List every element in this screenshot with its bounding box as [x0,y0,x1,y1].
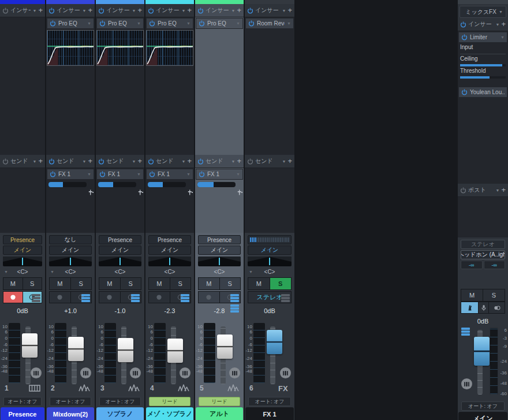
mute-button[interactable]: M [199,278,219,289]
main-solo-button[interactable]: S [483,289,505,301]
solo-button[interactable]: S [170,278,191,289]
insert-rack[interactable]: Pro EQ ▼ [145,17,194,155]
expand-arrow-icon[interactable]: ▼ [4,270,8,274]
limiter-param-row[interactable]: Input [458,43,508,54]
post-rack[interactable] [458,197,508,237]
plugin-power-icon[interactable] [149,20,155,27]
insert-power-icon[interactable] [2,8,9,14]
send-add-icon[interactable]: + [137,158,142,164]
automation-layers-icon[interactable] [281,294,290,296]
insert-dropdown-icon[interactable]: ▼ [82,9,86,13]
send-fader-icon[interactable] [187,189,193,195]
send-rack[interactable]: ▼ [0,168,45,233]
channel-mode-icon[interactable] [180,367,190,378]
output-button[interactable]: メイン [49,246,92,255]
fader-cap[interactable] [167,339,183,363]
automation-layers-icon[interactable] [131,294,140,296]
automation-mode-button[interactable]: リード [199,397,240,406]
plugin-dropdown-icon[interactable]: ▼ [137,21,141,25]
pan-value[interactable]: <C> [214,269,225,275]
channel-name[interactable]: Presence [1,407,44,420]
channel-mode-icon[interactable] [31,367,42,378]
automation-layers-icon[interactable] [230,294,239,296]
send-level-slider[interactable] [48,182,87,187]
automation-layers-icon[interactable] [32,294,40,296]
main-automation-mode-button[interactable]: オート: オフ [461,402,505,411]
channel-name[interactable]: FX 1 [245,407,294,420]
send-rack[interactable]: FX 1 ▼ [145,168,194,233]
solo-button[interactable]: S [71,278,92,289]
send-slot-power-icon[interactable] [99,171,106,177]
send-dropdown-icon[interactable]: ▼ [132,159,136,163]
fader-cap[interactable] [217,334,233,359]
send-slot[interactable]: FX 1 ▼ [196,169,243,180]
headphone-output-button[interactable]: ヘッドホン (A..ight [461,250,505,259]
fader-cap[interactable] [68,337,84,361]
pan-slider[interactable] [3,257,42,266]
send-add-icon[interactable]: + [187,158,192,164]
insert-add-icon[interactable]: + [88,8,92,13]
pan-slider[interactable] [49,257,92,266]
send-add-icon[interactable]: + [287,158,292,164]
insert-power-icon[interactable] [247,8,253,14]
channel-mode-icon[interactable] [280,367,291,378]
send-add-icon[interactable]: + [237,158,241,164]
main-channel-name[interactable]: メイン [458,412,507,420]
main-fader-cap[interactable] [474,337,490,366]
insert-add-icon[interactable]: + [187,8,192,13]
insert-dropdown-icon[interactable]: ▼ [132,9,136,13]
send-slot-dropdown-icon[interactable]: ▼ [87,172,91,176]
insert-add-icon[interactable]: + [237,8,241,13]
solo-button[interactable]: S [220,278,241,289]
record-arm-button[interactable] [99,292,120,303]
send-level-slider[interactable] [197,182,236,187]
post-add-icon[interactable]: + [501,187,506,193]
insert-dropdown-icon[interactable]: ▼ [32,9,36,13]
send-slot-power-icon[interactable] [149,171,155,177]
plugin-power-icon[interactable] [199,20,205,27]
talkback-button[interactable] [479,302,488,313]
cue-level-left[interactable]: -∞ [461,261,483,269]
mute-button[interactable]: M [248,278,270,289]
insert-rack[interactable]: Pro EQ ▼ [46,17,95,155]
insert-plugin-slot[interactable]: Pro EQ ▼ [47,18,94,29]
send-slot-power-icon[interactable] [199,171,205,177]
instrument-button[interactable]: Presence [99,235,141,244]
limiter-power-icon[interactable] [461,34,468,40]
post-dropdown-icon[interactable]: ▼ [495,188,499,192]
channel-name[interactable]: アルト [196,407,243,420]
volume-value[interactable]: -2.3 [147,306,192,316]
pan-slider[interactable] [99,257,141,266]
insert-dropdown-icon[interactable]: ▼ [231,9,235,13]
send-level-slider[interactable] [148,182,186,187]
mute-button[interactable]: M [3,278,23,289]
send-fader-icon[interactable] [88,189,94,195]
send-rack[interactable]: FX 1 ▼ [46,168,95,233]
mute-button[interactable]: M [50,278,70,289]
stereo-output-button[interactable]: ステレオ [461,240,505,249]
metronome-button[interactable] [461,302,478,313]
plugin-dropdown-icon[interactable]: ▼ [236,21,240,25]
send-slot[interactable]: FX 1 ▼ [96,169,144,180]
main-automation-layers-icon[interactable] [461,328,470,330]
main-mute-button[interactable]: M [461,289,483,301]
volume-value[interactable]: -1.0 [98,306,143,316]
channel-mode-icon[interactable] [80,367,91,378]
send-rack[interactable]: FX 1 ▼ [195,168,244,233]
main-volume-value[interactable]: 0dB [460,316,506,326]
insert-dropdown-icon[interactable]: ▼ [282,9,286,13]
send-slot-dropdown-icon[interactable]: ▼ [137,172,141,176]
send-dropdown-icon[interactable]: ▼ [231,159,235,163]
record-arm-button[interactable] [3,292,23,303]
send-rack[interactable]: ▼ [245,168,294,233]
eq-curve-thumbnail[interactable] [96,30,144,66]
insert-rack[interactable]: Pro EQ ▼ [96,17,144,155]
plugin-dropdown-icon[interactable]: ▼ [186,21,190,25]
channel-name[interactable]: メゾ・ソプラノ [146,407,193,420]
automation-layers-icon[interactable] [81,294,90,296]
pan-slider[interactable] [198,257,241,266]
record-arm-button[interactable] [149,292,170,303]
solo-button[interactable]: S [270,278,292,289]
record-arm-button[interactable] [50,292,70,303]
main-insert-dropdown-icon[interactable]: ▼ [495,23,499,27]
